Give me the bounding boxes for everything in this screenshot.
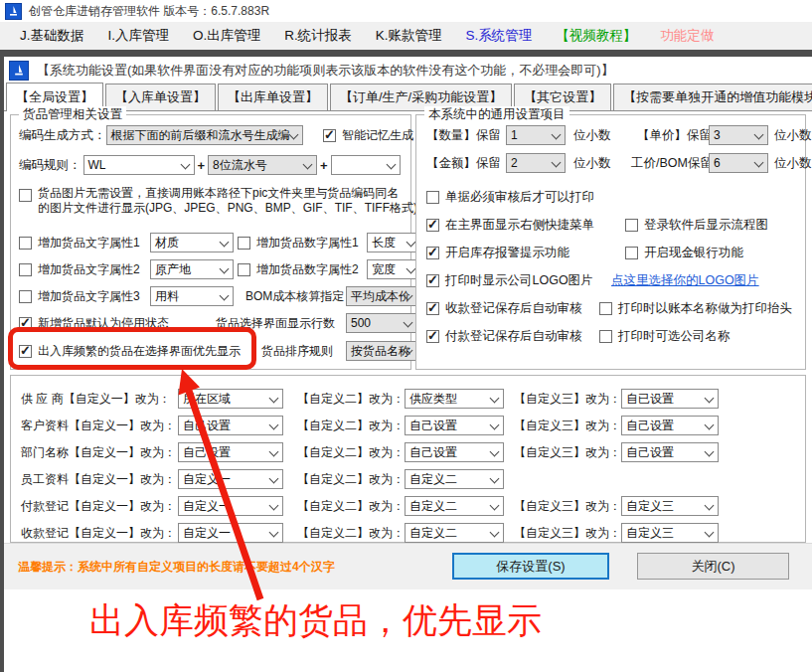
cash-bank-checkbox[interactable] [625, 247, 638, 259]
supplier-custom2-select[interactable]: 供应类型 [405, 389, 504, 409]
display-rows-label: 货品选择界面显示行数 [216, 315, 335, 332]
text-attr2-row: 增加货品文字属性2 原产地 增加货品数字属性2 宽度 [19, 258, 406, 280]
choose-logo-link[interactable]: 点这里选择你的LOGO图片 [611, 272, 759, 289]
customer-custom2-select[interactable]: 自己设置 [405, 416, 504, 435]
num-attr1-label: 增加货品数字属性1 [256, 235, 359, 252]
window-titlebar: 创管仓库进销存管理软件 版本号：6.5.7.883R [0, 0, 812, 22]
dialog-title: 【系统功能设置(如果软件界面没有对应的功能项则表示该版本的软件没有这个功能，不必… [37, 62, 614, 80]
new-goods-disabled-label: 新增货品默认为停用状态 [38, 315, 169, 332]
receipt-custom1-select[interactable]: 自定义一 [178, 523, 283, 543]
payment-custom2-select[interactable]: 自定义二 [405, 496, 504, 516]
tab-addon-modules[interactable]: 【按需要单独开通的增值功能模块】 [613, 84, 812, 110]
menu-item-accounts[interactable]: K.账款管理 [364, 27, 454, 45]
save-settings-button[interactable]: 保存设置(S) [452, 553, 609, 580]
text-attr1-checkbox[interactable] [19, 237, 32, 250]
chevron-down-icon [490, 474, 500, 484]
quick-menu-checkbox[interactable] [426, 219, 439, 232]
num-attr2-select[interactable]: 宽度 [367, 259, 420, 279]
bom-decimal-select[interactable]: 6 [709, 153, 768, 173]
text-attr1-select[interactable]: 材质 [150, 233, 234, 252]
receipt-audit-checkbox[interactable] [426, 302, 439, 315]
department-custom1-select[interactable]: 自己设置 [178, 442, 283, 462]
serial-number-select[interactable]: 8位流水号 [208, 155, 317, 175]
menu-item-system[interactable]: S.系统管理 [454, 27, 545, 45]
num-attr2-checkbox[interactable] [238, 263, 250, 276]
menu-bar: J.基础数据 I.入库管理 O.出库管理 R.统计报表 K.账款管理 S.系统管… [0, 22, 812, 50]
department-custom2-select[interactable]: 自己设置 [405, 442, 504, 462]
general-settings-group: 本系统中的通用设置项目 【数量】保留 1 位小数 【单价】保留 3 [415, 114, 806, 370]
bom-cost-select[interactable]: 平均成本价 [346, 286, 417, 306]
bom-cost-label: BOM成本核算指定 [245, 288, 344, 305]
decimal-row-2: 【金额】保留 2 位小数 工价/BOM保留 6 位小数 [426, 152, 801, 174]
supplier-custom1-select[interactable]: 所在区域 [178, 389, 283, 409]
decimal-suffix: 位小数 [573, 127, 611, 144]
receipt-custom2-select[interactable]: 自定义二 [405, 523, 504, 543]
close-button[interactable]: 关闭(C) [637, 553, 789, 580]
menu-item-outbound[interactable]: O.出库管理 [181, 27, 272, 45]
print-logo-row: 打印时显示公司LOGO图片 点这里选择你的LOGO图片 [426, 269, 801, 291]
print-company-name-checkbox[interactable] [599, 330, 612, 343]
chevron-down-icon [220, 264, 230, 274]
print-logo-checkbox[interactable] [426, 274, 439, 287]
chevron-down-icon [490, 528, 500, 538]
print-book-title-checkbox[interactable] [599, 302, 612, 315]
amount-decimal-label: 【金额】保留 [426, 155, 501, 172]
chevron-down-icon [404, 318, 413, 328]
menu-item-basic-data[interactable]: J.基础数据 [8, 27, 96, 45]
num-attr1-select[interactable]: 长度 [367, 233, 420, 252]
menu-item-custom-dev[interactable]: 功能定做 [648, 27, 726, 45]
code-suffix-select[interactable] [331, 155, 401, 175]
receipt-custom3-select[interactable]: 自定义三 [621, 523, 719, 543]
amount-decimal-select[interactable]: 2 [506, 153, 566, 173]
department-custom3-select[interactable]: 自己设置 [621, 442, 719, 462]
custom-row-customer: 客户资料【自定义一】改为： 自己设置 【自定义二】改为： 自己设置 【自定义三】… [21, 415, 799, 436]
supplier-custom3-select[interactable]: 自已设置 [621, 389, 719, 409]
menu-item-reports[interactable]: R.统计报表 [272, 27, 364, 45]
code-gen-select[interactable]: 根据下面的前后缀和流水号生成编 [106, 125, 303, 145]
chevron-down-icon [754, 130, 764, 140]
display-rows-select[interactable]: 500 [346, 313, 417, 333]
smart-memory-checkbox[interactable] [323, 129, 336, 142]
goods-picture-checkbox[interactable] [19, 189, 32, 202]
dialog-logo-icon [9, 61, 29, 81]
text-attr2-select[interactable]: 原产地 [150, 259, 234, 279]
custom-owner-label: 供 应 商 [21, 391, 64, 408]
chevron-down-icon [180, 160, 190, 170]
dialog-titlebar: 【系统功能设置(如果软件界面没有对应的功能项则表示该版本的软件没有这个功能，不必… [4, 57, 812, 84]
qty-decimal-select[interactable]: 1 [506, 125, 566, 145]
text-attr2-checkbox[interactable] [19, 263, 32, 276]
payment-custom1-select[interactable]: 自定义一 [178, 496, 283, 516]
chevron-down-icon [705, 394, 715, 404]
customer-custom3-select[interactable]: 自己设置 [621, 416, 719, 435]
chevron-down-icon [220, 238, 230, 248]
frequent-goods-checkbox[interactable] [19, 345, 32, 358]
stock-alarm-checkbox[interactable] [426, 247, 439, 259]
new-goods-disabled-row: 新增货品默认为停用状态 货品选择界面显示行数 500 [19, 312, 406, 334]
sort-rule-select[interactable]: 按货品名称 [346, 341, 417, 361]
text-attr3-checkbox[interactable] [19, 290, 32, 303]
code-prefix-select[interactable]: WL [83, 155, 195, 175]
employee-custom2-select[interactable]: 自定义二 [405, 469, 504, 489]
num-attr1-checkbox[interactable] [238, 237, 250, 250]
custom-owner-label: 收款登记 [21, 525, 69, 542]
payment-audit-checkbox[interactable] [426, 330, 439, 343]
employee-custom1-select[interactable]: 自定义一 [178, 469, 283, 489]
frequent-goods-label: 出入库频繁的货品在选择界面优先显示 [38, 343, 241, 360]
custom-owner-label: 员工资料 [21, 471, 69, 488]
new-goods-disabled-checkbox[interactable] [19, 317, 32, 330]
code-rule-label: 编码规则： [19, 157, 81, 174]
text-attr3-select[interactable]: 用料 [150, 286, 234, 306]
print-audit-checkbox[interactable] [426, 191, 439, 204]
flowchart-checkbox[interactable] [625, 219, 638, 232]
payment-custom3-select[interactable]: 自定义三 [621, 496, 719, 516]
chevron-down-icon [220, 291, 230, 301]
smart-memory-label: 智能记忆生成 [342, 127, 413, 144]
chevron-down-icon [269, 420, 279, 430]
menu-item-inbound[interactable]: I.入库管理 [96, 27, 182, 45]
menu-item-video-tutorial[interactable]: 【视频教程】 [544, 27, 648, 45]
customer-custom1-select[interactable]: 自己设置 [178, 416, 283, 435]
price-decimal-select[interactable]: 3 [709, 125, 768, 145]
dialog-footer: 温馨提示：系统中所有自定义项目的长度请不要超过4个汉字 保存设置(S) 关闭(C… [4, 543, 812, 589]
custom-row-department: 部门名称【自定义一】改为： 自己设置 【自定义二】改为： 自己设置 【自定义三】… [21, 441, 799, 463]
tab-outbound-settings[interactable]: 【出库单设置】 [218, 84, 328, 110]
